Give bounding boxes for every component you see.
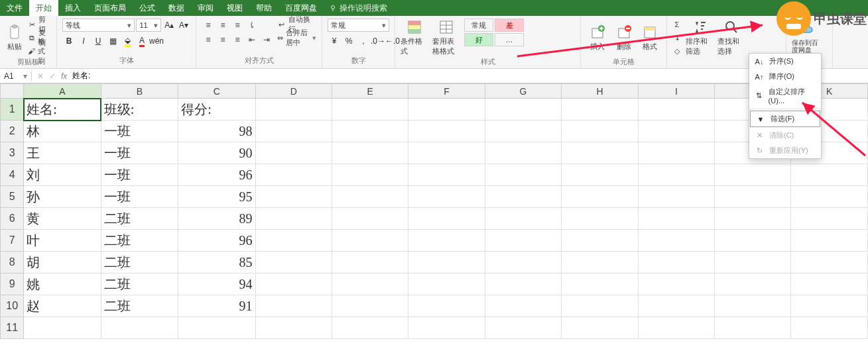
row-header-2[interactable]: 2 xyxy=(1,121,24,142)
tab-review[interactable]: 审阅 xyxy=(191,0,220,16)
cell[interactable]: 98 xyxy=(178,121,255,142)
cell[interactable] xyxy=(791,295,868,317)
cell[interactable]: 一班 xyxy=(101,121,178,142)
cell[interactable] xyxy=(408,121,485,142)
cell[interactable] xyxy=(562,317,638,339)
row-header-1[interactable]: 1 xyxy=(1,99,24,121)
bold-button[interactable]: B xyxy=(62,34,76,48)
cell[interactable] xyxy=(638,186,714,208)
cell[interactable]: 二班 xyxy=(101,230,178,252)
cell[interactable] xyxy=(408,230,485,252)
cell[interactable] xyxy=(715,208,791,230)
cell[interactable] xyxy=(562,142,638,164)
cell[interactable] xyxy=(408,295,485,317)
cell[interactable] xyxy=(791,208,868,230)
tab-help[interactable]: 帮助 xyxy=(249,0,279,16)
cell[interactable]: 85 xyxy=(178,252,255,273)
cell[interactable] xyxy=(638,295,714,317)
cell[interactable] xyxy=(791,317,868,339)
col-header-B[interactable]: B xyxy=(101,84,178,99)
menu-sort-asc[interactable]: A↓升序(S) xyxy=(749,54,821,69)
col-header-I[interactable]: I xyxy=(638,84,714,99)
row-header-5[interactable]: 5 xyxy=(1,186,24,208)
style-normal[interactable]: 常规 xyxy=(464,19,493,32)
format-as-table-button[interactable]: 套用表格格式 xyxy=(432,19,460,57)
format-cells-button[interactable]: 格式 xyxy=(639,19,661,57)
cell[interactable] xyxy=(638,252,714,273)
increase-font-button[interactable]: A▴ xyxy=(162,19,176,32)
merge-center-button[interactable]: ⇔合并后居中▾ xyxy=(277,32,316,44)
cell[interactable] xyxy=(332,252,408,273)
cell[interactable] xyxy=(562,121,638,142)
cell[interactable] xyxy=(485,317,561,339)
cell[interactable] xyxy=(485,121,561,142)
cell[interactable]: 89 xyxy=(178,208,255,230)
italic-button[interactable]: I xyxy=(77,34,90,48)
border-button[interactable]: ▦ xyxy=(106,34,119,48)
fx-icon[interactable]: fx xyxy=(61,72,67,81)
cell[interactable] xyxy=(791,230,868,252)
indent-increase-button[interactable]: ⇥ xyxy=(260,33,273,46)
indent-decrease-button[interactable]: ⇤ xyxy=(245,33,259,46)
col-header-G[interactable]: G xyxy=(485,84,561,99)
cell[interactable] xyxy=(408,142,485,164)
cell[interactable] xyxy=(408,317,485,339)
insert-cells-button[interactable]: 插入 xyxy=(586,19,609,57)
cell[interactable] xyxy=(255,99,332,121)
cell[interactable]: 得分: xyxy=(178,99,255,121)
currency-button[interactable]: ¥ xyxy=(328,34,341,48)
tab-page-layout[interactable]: 页面布局 xyxy=(88,0,133,16)
cell[interactable] xyxy=(255,186,332,208)
col-header-A[interactable]: A xyxy=(24,84,101,99)
cell[interactable] xyxy=(485,186,561,208)
cell[interactable]: 二班 xyxy=(101,273,178,295)
tab-baidu[interactable]: 百度网盘 xyxy=(279,0,324,16)
cell[interactable] xyxy=(332,317,408,339)
cell[interactable] xyxy=(562,186,638,208)
cell[interactable] xyxy=(255,295,332,317)
delete-cells-button[interactable]: 删除 xyxy=(613,19,635,57)
increase-decimal-button[interactable]: .0→ xyxy=(371,34,385,48)
cell[interactable] xyxy=(24,317,101,339)
cell[interactable] xyxy=(485,142,561,164)
row-header-10[interactable]: 10 xyxy=(1,295,24,317)
cell[interactable]: 姚 xyxy=(24,273,101,295)
find-select-button[interactable]: 查找和选择 xyxy=(717,19,745,57)
menu-custom-sort[interactable]: ⇅自定义排序(U)... xyxy=(749,84,821,107)
cell[interactable]: 胡 xyxy=(24,252,101,273)
cell[interactable] xyxy=(715,295,791,317)
cell[interactable] xyxy=(791,164,868,186)
cell[interactable]: 96 xyxy=(178,164,255,186)
font-name-select[interactable]: 等线▾ xyxy=(62,19,135,32)
cell[interactable]: 林 xyxy=(24,121,101,142)
cell[interactable] xyxy=(332,230,408,252)
cell[interactable]: 一班 xyxy=(101,186,178,208)
cell[interactable] xyxy=(332,121,408,142)
cell[interactable]: 95 xyxy=(178,186,255,208)
phonetic-button[interactable]: wén xyxy=(150,34,163,48)
cell[interactable]: 二班 xyxy=(101,295,178,317)
cell[interactable] xyxy=(562,208,638,230)
cell[interactable]: 赵 xyxy=(24,295,101,317)
cell[interactable] xyxy=(408,164,485,186)
orientation-button[interactable]: ⤹ xyxy=(245,19,259,32)
cell[interactable] xyxy=(332,99,408,121)
cell[interactable] xyxy=(332,164,408,186)
cell[interactable] xyxy=(638,208,714,230)
row-header-8[interactable]: 8 xyxy=(1,252,24,273)
tab-insert[interactable]: 插入 xyxy=(58,0,88,16)
cell[interactable] xyxy=(101,317,178,339)
cell[interactable] xyxy=(255,208,332,230)
tab-home[interactable]: 开始 xyxy=(29,0,58,16)
decrease-font-button[interactable]: A▾ xyxy=(177,19,190,32)
cell[interactable] xyxy=(638,230,714,252)
cell[interactable] xyxy=(562,295,638,317)
cell[interactable] xyxy=(715,252,791,273)
cell[interactable] xyxy=(638,317,714,339)
cell[interactable] xyxy=(255,252,332,273)
cell[interactable]: 一班 xyxy=(101,142,178,164)
cell[interactable] xyxy=(178,317,255,339)
cell[interactable] xyxy=(562,164,638,186)
cell[interactable]: 黄 xyxy=(24,208,101,230)
percent-button[interactable]: % xyxy=(342,34,355,48)
